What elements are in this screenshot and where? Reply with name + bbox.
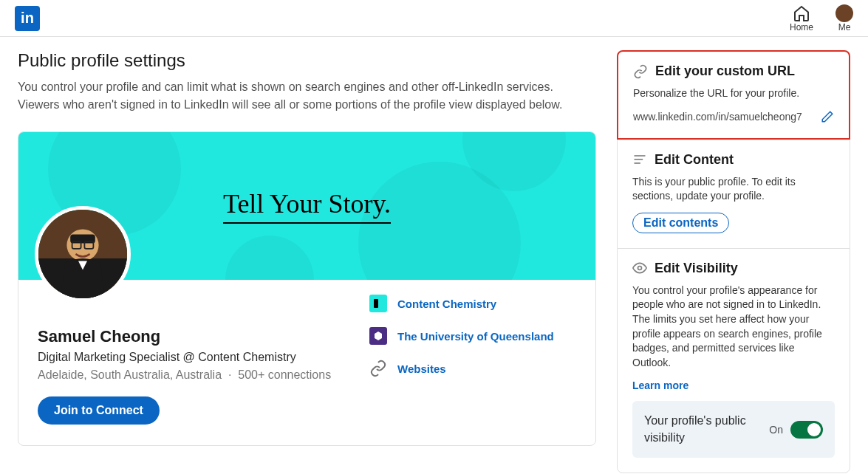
nav-me-label: Me [838,22,851,32]
nav-me[interactable]: Me [835,4,853,32]
learn-more-link[interactable]: Learn more [632,379,688,391]
visibility-box-label: Your profile's public visibility [644,413,755,446]
profile-link-websites[interactable]: Websites [369,360,576,377]
eye-icon [632,261,647,275]
link-icon [633,64,648,79]
profile-location-row: Adelaide, South Australia, Australia · 5… [38,368,369,382]
edit-url-title: Edit your custom URL [655,63,795,79]
profile-info: Samuel Cheong Digital Marketing Speciali… [38,295,369,425]
visibility-toggle[interactable] [790,421,823,439]
link-icon [369,360,387,377]
edit-visibility-title: Edit Visibility [655,261,738,276]
edit-visibility-desc: You control your profile's appearance fo… [632,284,835,371]
edit-contents-button[interactable]: Edit contents [632,213,729,233]
cover-text: Tell Your Story. [223,188,391,224]
profile-name: Samuel Cheong [38,327,369,346]
nav-home-label: Home [790,22,813,32]
nav-home[interactable]: Home [790,4,813,32]
page-description: You control your profile and can limit w… [18,78,579,114]
profile-links: Content Chemistry The University of Quee… [369,295,576,425]
list-icon [632,152,647,167]
profile-location: Adelaide, South Australia, Australia [38,368,222,381]
edit-content-desc: This is your public profile. To edit its… [632,175,835,204]
university-logo-icon [369,327,387,345]
nav: Home Me [790,4,853,32]
profile-photo [35,206,131,302]
edit-visibility-card: Edit Visibility You control your profile… [617,248,850,473]
linkedin-logo[interactable]: in [15,6,40,31]
visibility-toggle-box: Your profile's public visibility On [632,401,835,458]
profile-link-university[interactable]: The University of Queensland [369,327,576,345]
pencil-icon[interactable] [821,110,834,123]
page-title: Public profile settings [18,50,596,71]
global-header: in Home Me [0,0,868,37]
edit-url-desc: Personalize the URL for your profile. [633,86,834,101]
profile-connections: 500+ connections [238,368,331,381]
profile-body: Samuel Cheong Digital Marketing Speciali… [18,280,595,445]
url-row: www.linkedin.com/in/samuelcheong7 [633,110,834,123]
join-to-connect-button[interactable]: Join to Connect [38,396,160,425]
nav-avatar [835,4,853,22]
edit-content-title: Edit Content [655,152,734,168]
profile-link-label: The University of Queensland [397,330,554,343]
edit-url-card: Edit your custom URL Personalize the URL… [617,50,850,140]
profile-preview-card: Tell Your Story. [18,131,596,446]
svg-point-9 [638,267,642,270]
profile-link-label: Content Chemistry [397,298,496,310]
toggle-knob [807,423,821,436]
profile-link-company[interactable]: Content Chemistry [369,295,576,312]
toggle-state-label: On [769,424,783,436]
main-container: Public profile settings You control your… [0,37,868,474]
home-icon [793,4,810,22]
profile-link-label: Websites [397,363,446,375]
company-logo-icon [369,295,387,312]
edit-content-card: Edit Content This is your public profile… [617,140,850,248]
toggle-wrap: On [769,421,823,439]
custom-url-text: www.linkedin.com/in/samuelcheong7 [633,111,802,123]
person-photo-placeholder [38,210,127,298]
main-column: Public profile settings You control your… [18,50,596,446]
profile-headline: Digital Marketing Specialist @ Content C… [38,351,369,364]
sidebar: Edit your custom URL Personalize the URL… [617,50,850,473]
